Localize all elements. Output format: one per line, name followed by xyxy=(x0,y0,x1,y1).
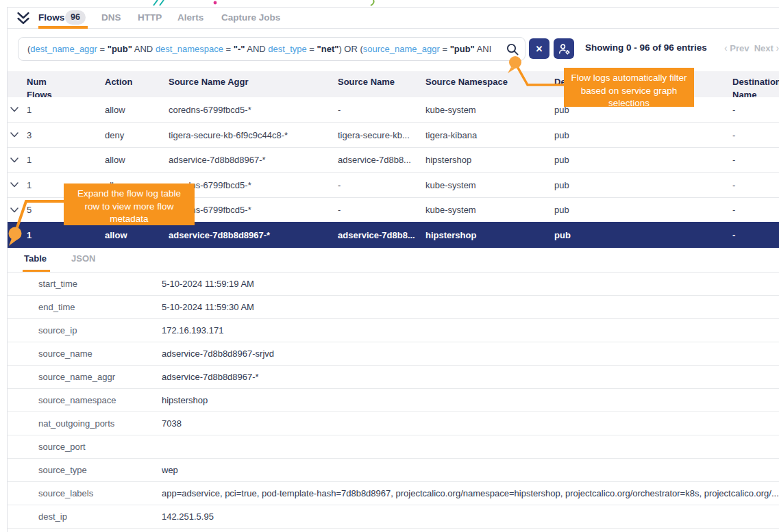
detail-key: nat_outgoing_ports xyxy=(38,418,114,429)
expand-chevron-icon[interactable] xyxy=(10,132,18,138)
user-settings-button[interactable] xyxy=(554,38,574,59)
query-token: "net" xyxy=(317,44,339,54)
cut-off-content-above xyxy=(0,0,779,6)
expand-chevron-icon[interactable] xyxy=(10,157,18,163)
cell-source_namespace: hipstershop xyxy=(425,155,554,165)
detail-row-source_labels: source_labelsapp=adservice, pci=true, po… xyxy=(8,482,779,505)
tab-http[interactable]: HTTP xyxy=(138,8,162,29)
flow-table-row[interactable]: 1allowadservice-7d8b8d8967-*adservice-7d… xyxy=(8,147,779,172)
detail-value: adservice-7d8b8d8967-* xyxy=(162,372,779,382)
query-token: dest_name_aggr xyxy=(30,44,97,54)
cell-source_name: adservice-7d8b8... xyxy=(338,230,425,240)
cell-dest_name_aggr: pub xyxy=(554,130,732,140)
detail-tab-json[interactable]: JSON xyxy=(71,253,95,264)
cell-source_name_aggr: tigera-secure-kb-6f9c9c44c8-* xyxy=(169,130,338,140)
cell-source_namespace: tigera-kibana xyxy=(425,130,554,140)
cell-dest_name: - xyxy=(732,230,779,240)
query-token: AND xyxy=(132,44,156,54)
detail-value: 7038 xyxy=(162,418,779,429)
detail-row-dest_ip: dest_ip142.251.5.95 xyxy=(8,505,779,529)
query-token: = xyxy=(97,44,108,54)
detail-value: 172.16.193.171 xyxy=(162,325,779,335)
cell-action: allow xyxy=(105,155,169,165)
cell-dest_name: - xyxy=(732,205,779,215)
query-token: ) OR ( xyxy=(338,44,362,54)
query-token: "-" xyxy=(234,44,245,54)
detail-value: 5-10-2024 11:59:19 AM xyxy=(162,279,779,289)
collapse-double-chevron-icon[interactable] xyxy=(16,12,31,25)
showing-entries-text: Showing 0 - 96 of 96 entries xyxy=(585,42,707,53)
log-type-tabbar: Flows 96 DNS HTTP Alerts Capture Jobs xyxy=(8,8,779,29)
detail-key: source_type xyxy=(38,465,87,475)
x-icon: ✕ xyxy=(536,44,543,54)
query-token: dest_type xyxy=(268,44,306,54)
active-tab-underline xyxy=(38,26,88,29)
flow-detail-tabbar: Table JSON xyxy=(8,248,779,273)
detail-row-source_name: source_nameadservice-7d8b8d8967-srjvd xyxy=(8,342,779,366)
cell-dest_name_aggr: pub xyxy=(554,230,732,240)
cell-source_namespace: hipstershop xyxy=(425,230,554,240)
detail-value: adservice-7d8b8d8967-srjvd xyxy=(162,349,779,359)
query-token: "pub" xyxy=(450,44,475,54)
flow-table-row[interactable]: 3denytigera-secure-kb-6f9c9c44c8-*tigera… xyxy=(8,122,779,147)
flow-detail-table: start_time5-10-2024 11:59:19 AMend_time5… xyxy=(8,273,779,529)
detail-row-end_time: end_time5-10-2024 11:59:30 AM xyxy=(8,296,779,319)
cell-source_name: - xyxy=(338,205,425,215)
search-icon[interactable] xyxy=(506,42,520,57)
next-button[interactable]: Next xyxy=(754,43,774,53)
prev-chevron-icon[interactable]: ‹ xyxy=(724,42,728,53)
cell-source_namespace: kube-system xyxy=(425,105,554,115)
detail-row-source_port: source_port xyxy=(8,435,779,459)
detail-key: source_name_aggr xyxy=(38,372,115,382)
cell-dest_name: - xyxy=(732,105,779,115)
detail-row-source_type: source_typewep xyxy=(8,459,779,482)
tab-capture-jobs[interactable]: Capture Jobs xyxy=(221,8,280,29)
cell-dest_name_aggr: pub xyxy=(554,155,732,165)
cell-source_name: - xyxy=(338,105,425,115)
cell-dest_name: - xyxy=(732,155,779,165)
query-token: = xyxy=(440,44,450,54)
cell-num: 3 xyxy=(27,130,105,140)
cell-action: deny xyxy=(105,130,169,140)
query-token: source_name_aggr xyxy=(363,44,440,54)
expand-chevron-icon[interactable] xyxy=(10,107,18,112)
detail-key: source_namespace xyxy=(38,395,116,405)
column-header-source-name: Source Name xyxy=(338,76,425,89)
detail-value: 5-10-2024 11:59:30 AM xyxy=(162,302,779,312)
expand-chevron-icon[interactable] xyxy=(10,207,18,213)
detail-row-source_namespace: source_namespacehipstershop xyxy=(8,389,779,412)
flow-logs-page: Flows 96 DNS HTTP Alerts Capture Jobs (d… xyxy=(0,0,779,532)
detail-tab-table[interactable]: Table xyxy=(24,253,47,264)
next-chevron-icon[interactable]: › xyxy=(776,42,779,53)
detail-value: app=adservice, pci=true, pod-template-ha… xyxy=(162,488,779,498)
query-token: ANI xyxy=(475,44,492,54)
clear-filter-button[interactable]: ✕ xyxy=(529,38,549,59)
cell-source_namespace: kube-system xyxy=(425,205,554,215)
detail-row-source_ip: source_ip172.16.193.171 xyxy=(8,319,779,342)
detail-key: start_time xyxy=(38,279,77,289)
cell-source_name: adservice-7d8b8... xyxy=(338,155,425,165)
callout-filter-note: Flow logs automatically filter based on … xyxy=(564,68,694,107)
query-token: "pub" xyxy=(108,44,132,54)
cell-action: allow xyxy=(105,230,169,240)
expand-chevron-icon[interactable] xyxy=(10,182,18,188)
detail-key: source_name xyxy=(38,349,92,359)
detail-row-source_name_aggr: source_name_aggradservice-7d8b8d8967-* xyxy=(8,366,779,389)
cell-dest_name: - xyxy=(732,130,779,140)
cell-source_name_aggr: adservice-7d8b8d8967-* xyxy=(169,155,338,165)
detail-value: hipstershop xyxy=(162,395,779,405)
cell-action: allow xyxy=(105,105,169,115)
detail-key: dest_ip xyxy=(38,511,67,522)
flow-query-input[interactable]: (dest_name_aggr = "pub" AND dest_namespa… xyxy=(18,37,525,61)
cell-dest_name: - xyxy=(732,180,779,190)
prev-button[interactable]: Prev xyxy=(730,43,749,53)
tab-dns[interactable]: DNS xyxy=(101,8,121,29)
tab-alerts[interactable]: Alerts xyxy=(177,8,203,29)
cell-source_name: tigera-secure-kb... xyxy=(338,130,425,140)
pagination: ‹ Prev Next › xyxy=(724,42,779,53)
query-expression: (dest_name_aggr = "pub" AND dest_namespa… xyxy=(27,38,507,60)
column-header-source-namespace: Source Namespace xyxy=(425,76,554,89)
column-header-source-name-aggr: Source Name Aggr xyxy=(169,76,338,89)
detail-active-tab-underline xyxy=(23,270,50,272)
person-gear-icon xyxy=(558,42,571,55)
